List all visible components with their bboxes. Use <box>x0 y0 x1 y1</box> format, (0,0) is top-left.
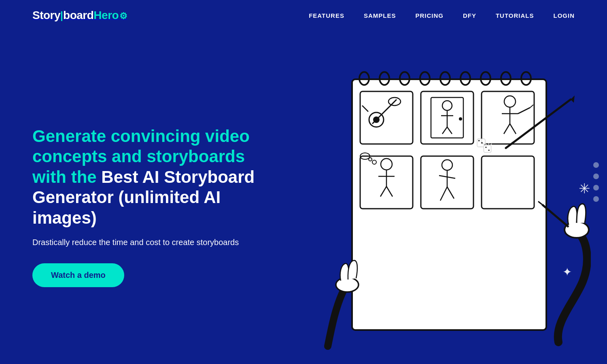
decorative-dice <box>475 136 496 156</box>
decorative-star-1: ✳ <box>579 180 590 197</box>
svg-point-60 <box>488 150 490 151</box>
storyboard-svg <box>316 43 591 350</box>
hero-content: Generate convincing video concepts and s… <box>32 126 283 287</box>
nav-login[interactable]: LOGIN <box>554 12 575 19</box>
scroll-indicator <box>593 162 599 202</box>
svg-point-18 <box>459 117 462 121</box>
logo[interactable]: StoryboardHero⚙ <box>32 9 127 22</box>
hero-section: Generate convincing video concepts and s… <box>0 31 607 358</box>
svg-rect-47 <box>482 156 534 209</box>
logo-text-hero: Hero <box>93 9 119 21</box>
watch-demo-button[interactable]: Watch a demo <box>32 263 124 287</box>
nav-samples[interactable]: SAMPLES <box>364 12 396 19</box>
scroll-dot-3[interactable] <box>593 185 599 190</box>
scroll-dot-2[interactable] <box>593 174 599 179</box>
svg-point-53 <box>336 277 359 292</box>
logo-text-board: board <box>63 9 93 21</box>
decorative-star-3: ✦ <box>562 265 572 279</box>
svg-marker-49 <box>571 95 575 103</box>
logo-icon: ⚙ <box>119 11 127 21</box>
nav-features[interactable]: FEATURES <box>309 12 344 19</box>
hero-title: Generate convincing video concepts and s… <box>32 126 283 228</box>
nav-links: FEATURES SAMPLES PRICING DFY TUTORIALS L… <box>309 12 575 19</box>
svg-point-59 <box>485 147 486 148</box>
svg-point-55 <box>478 140 480 142</box>
nav-tutorials[interactable]: TUTORIALS <box>496 12 534 19</box>
svg-point-13 <box>373 116 380 123</box>
hero-illustration: ✳ ✳ ✦ <box>283 55 575 358</box>
nav-pricing[interactable]: PRICING <box>415 12 444 19</box>
svg-point-56 <box>481 142 483 144</box>
svg-rect-58 <box>484 145 491 152</box>
hero-subtitle: Drastically reduce the time and cost to … <box>32 238 283 247</box>
logo-text-storyboard: Story <box>32 9 60 21</box>
navbar: StoryboardHero⚙ FEATURES SAMPLES PRICING… <box>0 0 607 31</box>
logo-bar <box>61 11 62 21</box>
scroll-dot-4[interactable] <box>593 196 599 202</box>
svg-rect-10 <box>360 91 413 144</box>
nav-dfy[interactable]: DFY <box>463 12 476 19</box>
scroll-dot-1[interactable] <box>593 162 599 168</box>
